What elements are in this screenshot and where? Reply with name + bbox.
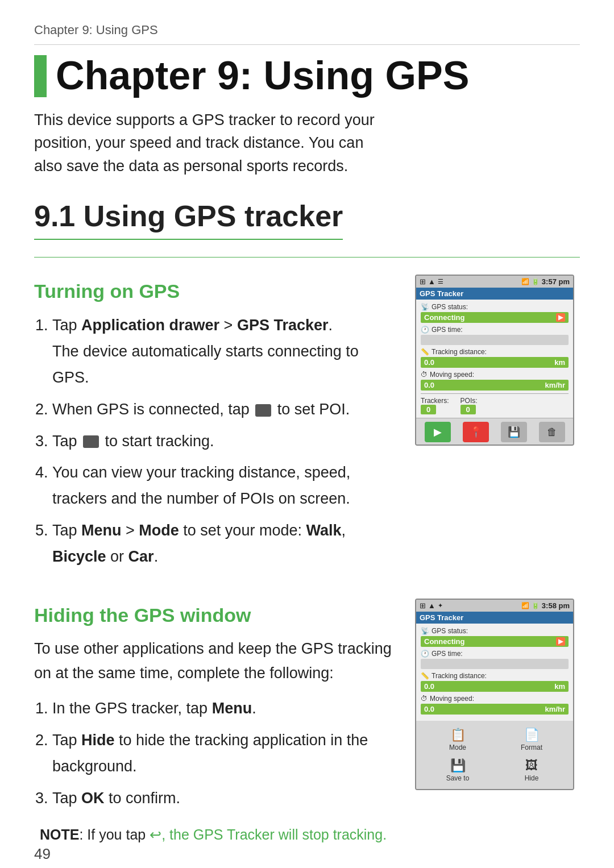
device2-menu-saveto[interactable]: 💾 Save to [421, 755, 495, 786]
device1-time: 3:57 pm [542, 277, 570, 286]
device1-pois-label: POIs: [460, 397, 478, 405]
device2-gps-time-value [421, 659, 569, 669]
hiding-step1-menu: Menu [212, 700, 252, 717]
device1-speed-row: ⏱ Moving speed: 0.0 km/hr [421, 371, 569, 391]
device1: ⊞ ▲ ☰ 📶 🔋 3:57 pm GPS Tracker [415, 275, 574, 446]
device2-signal: 📶 [521, 602, 529, 609]
play-icon [83, 435, 99, 448]
device2-menu-format[interactable]: 📄 Format [495, 724, 569, 755]
device1-tracking-row: 📏 Tracking distance: 0.0 km [421, 348, 569, 368]
hiding-text-col: Hiding the GPS window To use other appli… [34, 599, 392, 846]
device1-buttons: ▶ 📍 💾 🗑 [416, 418, 573, 445]
device2-speed-label: ⏱ Moving speed: [421, 695, 569, 703]
device1-battery: 🔋 [532, 278, 540, 285]
subsection1-title: Turning on GPS [34, 280, 392, 302]
device2: ⊞ ▲ ✦ 📶 🔋 3:58 pm GPS Tracker [415, 599, 574, 790]
device2-gps-time-label: 🕐 GPS time: [421, 650, 569, 658]
chapter-title-row: Chapter 9: Using GPS [34, 55, 580, 97]
step5-mode: Mode [139, 522, 179, 539]
poi-icon [255, 404, 271, 417]
device2-title-bar: GPS Tracker [416, 612, 573, 624]
device1-poi-btn[interactable]: 📍 [463, 422, 489, 442]
device1-mockup: ⊞ ▲ ☰ 📶 🔋 3:57 pm GPS Tracker [415, 275, 580, 576]
device1-pois-value: 0 [460, 405, 476, 414]
format-icon: 📄 [524, 728, 540, 742]
device1-icon3: ☰ [438, 278, 443, 285]
hide-label: Hide [525, 774, 539, 782]
device2-menu-hide[interactable]: 🖼 Hide [495, 755, 569, 786]
device2-gps-time-row: 🕐 GPS time: [421, 650, 569, 669]
device1-icon2: ▲ [428, 277, 435, 286]
device2-icon1: ⊞ [420, 601, 426, 610]
step-1: Tap Application drawer > GPS Tracker. Th… [52, 313, 392, 391]
device1-tracking-icon: 📏 [421, 348, 429, 356]
device1-signal: 📶 [521, 278, 529, 285]
step5-car: Car [128, 548, 154, 565]
device1-trackers-label: Trackers: [421, 397, 449, 405]
device1-status-icons: ⊞ ▲ ☰ [420, 277, 443, 286]
device2-tracking-label: 📏 Tracking distance: [421, 672, 569, 680]
device1-trackers-value: 0 [421, 405, 436, 414]
turning-on-section: Turning on GPS Tap Application drawer > … [34, 275, 580, 576]
turning-on-steps: Tap Application drawer > GPS Tracker. Th… [52, 313, 392, 570]
step5-menu: Menu [81, 522, 122, 539]
note-green-text: , the GPS Tracker will stop tracking. [161, 827, 387, 842]
note-colon: : If you tap [79, 827, 150, 842]
device1-status-bar: ⊞ ▲ ☰ 📶 🔋 3:57 pm [416, 276, 573, 288]
device1-delete-btn[interactable]: 🗑 [539, 422, 565, 442]
device1-gps-time-label: 🕐 GPS time: [421, 326, 569, 334]
device1-expand-btn[interactable]: ▶ [556, 313, 565, 322]
hiding-step3-ok: OK [81, 790, 105, 807]
device1-speed-value: 0.0 km/hr [421, 380, 569, 391]
device2-gps-status-value: Connecting ▶ [421, 636, 569, 647]
chapter-accent-bar [34, 55, 47, 97]
step1-bold1: Application drawer [81, 317, 219, 334]
device1-tracking-label: 📏 Tracking distance: [421, 348, 569, 356]
step-3: Tap to start tracking. [52, 429, 392, 455]
hiding-step-3: Tap OK to confirm. [52, 786, 392, 812]
device2-battery: 🔋 [532, 602, 540, 609]
device1-pois-col: POIs: 0 [460, 397, 478, 414]
device2-speed-value: 0.0 km/hr [421, 704, 569, 715]
device1-gps-status-value: Connecting ▶ [421, 312, 569, 323]
device1-gps-status-label: 📡 GPS status: [421, 303, 569, 311]
device1-divider [421, 393, 569, 394]
device2-mockup: ⊞ ▲ ✦ 📶 🔋 3:58 pm GPS Tracker [415, 599, 580, 846]
hide-icon: 🖼 [525, 758, 538, 773]
device2-gps-icon: 📡 [421, 627, 429, 635]
step-2: When GPS is connected, tap to set POI. [52, 397, 392, 423]
subsection2-title: Hiding the GPS window [34, 604, 392, 626]
device1-speed-icon: ⏱ [421, 371, 428, 379]
device1-time-icon: 🕐 [421, 326, 429, 334]
device2-tracking-row: 📏 Tracking distance: 0.0 km [421, 672, 569, 692]
device1-gps-time-value [421, 335, 569, 345]
note-icon: ↩ [150, 827, 161, 842]
device1-body: 📡 GPS status: Connecting ▶ 🕐 GPS time: [416, 300, 573, 418]
turning-on-text-col: Turning on GPS Tap Application drawer > … [34, 275, 392, 576]
hiding-intro: To use other applications and keep the G… [34, 637, 392, 686]
device1-play-btn[interactable]: ▶ [425, 422, 451, 442]
step-5: Tap Menu > Mode to set your mode: Walk, … [52, 518, 392, 570]
device2-speed-icon: ⏱ [421, 695, 428, 703]
device2-expand-btn[interactable]: ▶ [556, 637, 565, 646]
device1-save-btn[interactable]: 💾 [501, 422, 527, 442]
section-title: 9.1 Using GPS tracker [34, 199, 343, 240]
device2-body: 📡 GPS status: Connecting ▶ 🕐 GPS time: [416, 624, 573, 721]
note-block: NOTE: If you tap ↩, the GPS Tracker will… [40, 823, 392, 846]
device2-speed-row: ⏱ Moving speed: 0.0 km/hr [421, 695, 569, 715]
hiding-step-1: In the GPS tracker, tap Menu. [52, 696, 392, 722]
hiding-steps: In the GPS tracker, tap Menu. Tap Hide t… [52, 696, 392, 812]
step1-bold2: GPS Tracker [237, 317, 329, 334]
mode-label: Mode [449, 744, 466, 751]
step5-walk: Walk [306, 522, 341, 539]
device2-menu-mode[interactable]: 📋 Mode [421, 724, 495, 755]
device1-trackers-col: Trackers: 0 [421, 397, 449, 414]
step1-rest: The device automatically starts connecti… [52, 343, 359, 386]
device2-status-bar: ⊞ ▲ ✦ 📶 🔋 3:58 pm [416, 600, 573, 612]
hiding-section: Hiding the GPS window To use other appli… [34, 599, 580, 846]
device2-tracking-value: 0.0 km [421, 681, 569, 692]
saveto-icon: 💾 [450, 758, 466, 773]
device1-trackers-row: Trackers: 0 POIs: 0 [421, 397, 569, 414]
saveto-label: Save to [446, 774, 470, 782]
device1-speed-label: ⏱ Moving speed: [421, 371, 569, 379]
